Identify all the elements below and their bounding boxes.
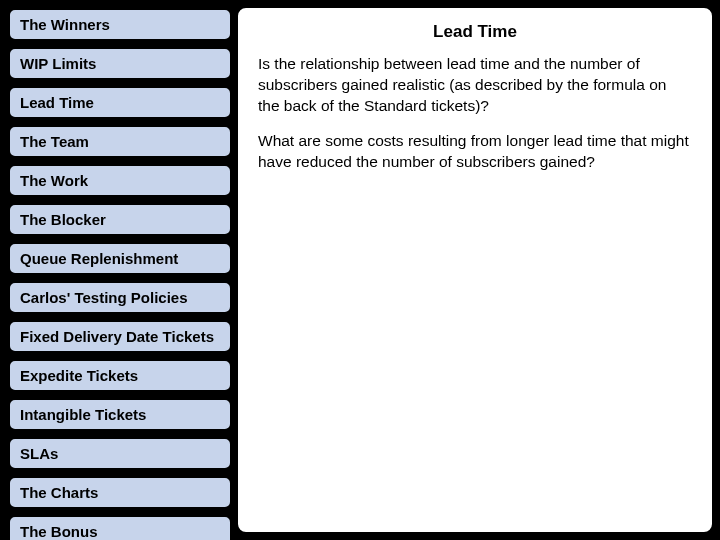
sidebar: The Winners WIP Limits Lead Time The Tea… [6, 6, 236, 534]
content-paragraph: Is the relationship between lead time an… [258, 54, 692, 117]
nav-item-intangible-tickets[interactable]: Intangible Tickets [8, 398, 232, 431]
content-title: Lead Time [258, 22, 692, 42]
content-paragraph: What are some costs resulting from longe… [258, 131, 692, 173]
nav-item-work[interactable]: The Work [8, 164, 232, 197]
nav-item-wip-limits[interactable]: WIP Limits [8, 47, 232, 80]
nav-item-winners[interactable]: The Winners [8, 8, 232, 41]
content-panel: Lead Time Is the relationship between le… [236, 6, 714, 534]
nav-item-carlos-testing-policies[interactable]: Carlos' Testing Policies [8, 281, 232, 314]
nav-item-fixed-delivery-date-tickets[interactable]: Fixed Delivery Date Tickets [8, 320, 232, 353]
nav-item-bonus[interactable]: The Bonus [8, 515, 232, 540]
content-body: Is the relationship between lead time an… [258, 54, 692, 173]
nav-item-blocker[interactable]: The Blocker [8, 203, 232, 236]
nav-item-expedite-tickets[interactable]: Expedite Tickets [8, 359, 232, 392]
nav-item-slas[interactable]: SLAs [8, 437, 232, 470]
nav-item-charts[interactable]: The Charts [8, 476, 232, 509]
nav-item-lead-time[interactable]: Lead Time [8, 86, 232, 119]
nav-item-team[interactable]: The Team [8, 125, 232, 158]
nav-item-queue-replenishment[interactable]: Queue Replenishment [8, 242, 232, 275]
